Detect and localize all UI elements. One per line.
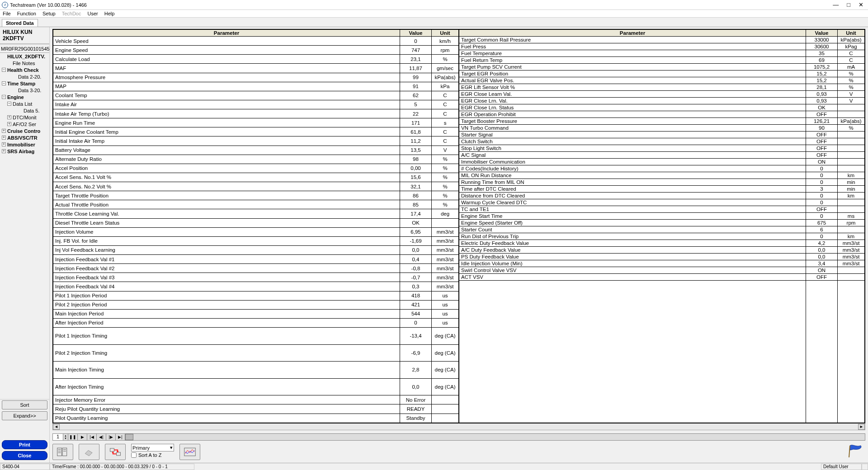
param-value: 0,0 bbox=[806, 254, 838, 260]
erase-button[interactable] bbox=[79, 444, 99, 460]
param-name: Intake Air Temp (Turbo) bbox=[53, 109, 400, 118]
collapse-icon[interactable]: − bbox=[2, 95, 6, 99]
table-row: Injector Memory ErrorNo Error bbox=[53, 395, 459, 404]
param-unit: s bbox=[432, 118, 459, 127]
menu-file[interactable]: File bbox=[3, 11, 11, 16]
maximize-button[interactable]: □ bbox=[847, 1, 850, 8]
table-row: Accel Position0,00% bbox=[53, 164, 459, 173]
sort-checkbox-input[interactable] bbox=[131, 452, 137, 458]
param-unit: % bbox=[838, 84, 865, 91]
tree-item[interactable]: −Engine bbox=[0, 94, 49, 100]
combine-button[interactable] bbox=[105, 444, 126, 460]
frame-number[interactable]: 1 bbox=[52, 433, 63, 441]
minimize-button[interactable]: — bbox=[833, 1, 839, 8]
param-unit bbox=[838, 111, 865, 118]
param-name: Injection Feedback Val #4 bbox=[53, 282, 400, 291]
col-parameter: Parameter bbox=[459, 30, 806, 37]
collapse-icon[interactable]: − bbox=[2, 81, 6, 85]
tree-item[interactable]: Data 2-20. bbox=[0, 73, 49, 80]
param-value: 0 bbox=[806, 233, 838, 240]
collapse-icon[interactable]: − bbox=[2, 68, 6, 72]
sort-checkbox[interactable]: Sort A to Z bbox=[131, 452, 174, 458]
sort-button[interactable]: Sort bbox=[2, 400, 47, 409]
nav-tree[interactable]: MR0FR29G001015458 HILUX_2KDFTV.File Note… bbox=[0, 43, 49, 400]
flag-button[interactable] bbox=[847, 444, 865, 458]
param-unit: C bbox=[432, 109, 459, 118]
display-mode-select[interactable]: Primary ▾ bbox=[131, 444, 174, 451]
param-unit: rpm bbox=[432, 46, 459, 55]
param-value: 62 bbox=[400, 91, 432, 100]
tree-item-label: AF/O2 Ser bbox=[13, 122, 36, 127]
param-name: Reju Pilot Quantity Learning bbox=[53, 404, 400, 414]
param-name: Actual EGR Valve Pos. bbox=[459, 77, 806, 84]
param-value: 98 bbox=[400, 155, 432, 164]
expand-icon[interactable]: + bbox=[2, 129, 6, 133]
tree-item[interactable]: +SRS Airbag bbox=[0, 148, 49, 155]
tree-item[interactable]: +ABS/VSC/TR bbox=[0, 134, 49, 141]
step-back-button[interactable]: ◀| bbox=[96, 433, 106, 441]
param-name: Accel Position bbox=[53, 164, 400, 173]
param-value: 1075,2 bbox=[806, 64, 838, 70]
tab-stored-data[interactable]: Stored Data bbox=[2, 19, 38, 27]
param-name: Vehicle Speed bbox=[53, 37, 400, 46]
expand-icon[interactable]: + bbox=[2, 149, 6, 153]
list-view-button[interactable] bbox=[52, 444, 73, 460]
menu-user[interactable]: User bbox=[87, 11, 98, 16]
tree-item[interactable]: Data 3-20. bbox=[0, 87, 49, 94]
skip-end-button[interactable]: ▶| bbox=[115, 433, 125, 441]
tree-item[interactable]: Data 5. bbox=[0, 107, 49, 114]
tree-item[interactable]: HILUX_2KDFTV. bbox=[0, 53, 49, 60]
step-forward-button[interactable]: |▶ bbox=[106, 433, 116, 441]
tree-item[interactable]: +DTC/Monit bbox=[0, 114, 49, 121]
bottom-toolbar: Primary ▾ Sort A to Z bbox=[52, 443, 865, 463]
tree-item[interactable]: +Immobiliser bbox=[0, 141, 49, 148]
menu-techdoc[interactable]: TechDoc bbox=[62, 11, 81, 16]
expand-icon[interactable]: + bbox=[7, 122, 11, 126]
expand-button[interactable]: Expand>> bbox=[2, 411, 47, 420]
print-button[interactable]: Print bbox=[2, 440, 47, 449]
play-button[interactable]: ▶ bbox=[77, 433, 87, 441]
tree-item-label: Engine bbox=[7, 94, 24, 100]
param-name: Clutch Switch bbox=[459, 138, 806, 145]
tree-item[interactable]: +AF/O2 Ser bbox=[0, 121, 49, 127]
table-row: EGR Close Lrn. Val.0,93V bbox=[459, 98, 865, 104]
tree-item[interactable]: −Data List bbox=[0, 100, 49, 107]
skip-start-button[interactable]: |◀ bbox=[87, 433, 97, 441]
param-unit: ms bbox=[838, 213, 865, 220]
close-window-button[interactable]: ✕ bbox=[859, 1, 863, 8]
param-name: Diesel Throttle Learn Status bbox=[53, 218, 400, 227]
tree-item-label: DTC/Monit bbox=[13, 115, 37, 120]
tree-item[interactable]: +Cruise Contro bbox=[0, 127, 49, 134]
horizontal-scrollbar[interactable]: ◄ ► bbox=[52, 423, 865, 430]
scroll-left-icon[interactable]: ◄ bbox=[53, 424, 60, 430]
col-value: Value bbox=[806, 30, 838, 37]
param-name: Coolant Temp bbox=[53, 91, 400, 100]
param-unit: min bbox=[838, 186, 865, 193]
expand-icon[interactable]: + bbox=[2, 136, 6, 140]
table-row: Atmosphere Pressure99kPa(abs) bbox=[53, 73, 459, 82]
expand-icon[interactable]: + bbox=[2, 142, 6, 146]
svg-marker-7 bbox=[85, 451, 92, 456]
tree-item[interactable]: −Time Stamp bbox=[0, 80, 49, 87]
param-unit: % bbox=[838, 125, 865, 132]
graph-button[interactable] bbox=[179, 444, 200, 460]
menu-setup[interactable]: Setup bbox=[42, 11, 56, 16]
close-button[interactable]: Close bbox=[2, 451, 47, 460]
tree-item[interactable]: −Health Check bbox=[0, 66, 49, 73]
playback-track[interactable] bbox=[125, 433, 865, 441]
table-row: Injection Feedback Val #3-0,7mm3/st bbox=[53, 273, 459, 282]
scroll-right-icon[interactable]: ► bbox=[858, 424, 865, 430]
tree-item[interactable]: File Notes bbox=[0, 60, 49, 66]
param-unit: mm3/st bbox=[838, 254, 865, 260]
param-unit: % bbox=[432, 191, 459, 200]
expand-icon[interactable]: + bbox=[7, 115, 11, 119]
table-row: Engine Speed (Starter Off)675rpm bbox=[459, 220, 865, 226]
param-value: ON bbox=[806, 159, 838, 165]
collapse-icon[interactable]: − bbox=[7, 102, 11, 106]
pause-button[interactable]: ❚❚ bbox=[68, 433, 78, 441]
menu-function[interactable]: Function bbox=[17, 11, 36, 16]
col-value: Value bbox=[400, 30, 432, 37]
col-parameter: Parameter bbox=[53, 30, 400, 37]
tree-item-label: Data 2-20. bbox=[18, 74, 41, 80]
menu-help[interactable]: Help bbox=[104, 11, 115, 16]
